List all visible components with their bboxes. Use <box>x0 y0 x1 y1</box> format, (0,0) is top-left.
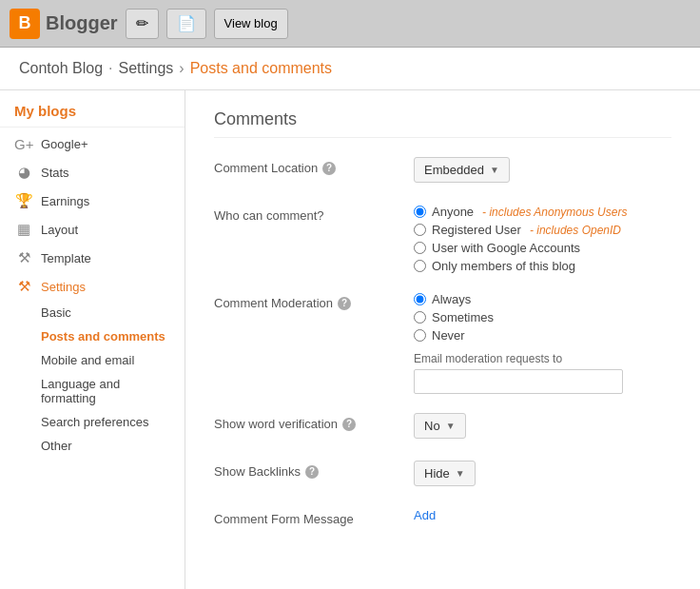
radio-never-label: Never <box>432 328 465 343</box>
sidebar-label-template: Template <box>41 251 91 265</box>
word-verification-control: No ▼ <box>414 413 671 439</box>
template-icon: ⚒ <box>14 249 33 266</box>
backlinks-dropdown[interactable]: Hide ▼ <box>414 461 476 486</box>
radio-registered-input[interactable] <box>414 224 426 236</box>
sidebar-item-settings[interactable]: ⚒ Settings <box>0 272 185 301</box>
comment-moderation-help-icon[interactable]: ? <box>338 297 351 310</box>
setting-row-comment-location: Comment Location ? Embedded ▼ <box>214 157 671 186</box>
radio-members-label: Only members of this blog <box>432 259 575 273</box>
comment-moderation-label: Comment Moderation ? <box>214 292 414 310</box>
settings-icon: ⚒ <box>14 278 33 295</box>
comment-moderation-control: Always Sometimes Never Email moderation … <box>414 292 671 394</box>
sidebar: My blogs G+ Google+ ◕ Stats 🏆 Earnings ▦… <box>0 90 185 589</box>
radio-google-label: User with Google Accounts <box>432 241 580 255</box>
radio-registered[interactable]: Registered User - includes OpenID <box>414 223 671 237</box>
comment-location-help-icon[interactable]: ? <box>322 162 336 175</box>
comment-location-value: Embedded <box>424 163 484 177</box>
comment-location-label: Comment Location ? <box>214 157 414 175</box>
radio-members-input[interactable] <box>414 260 426 272</box>
radio-google-input[interactable] <box>414 242 426 254</box>
stats-icon: ◕ <box>14 164 33 181</box>
setting-row-word-verification: Show word verification ? No ▼ <box>214 413 671 442</box>
earnings-icon: 🏆 <box>14 192 33 209</box>
sidebar-label-earnings: Earnings <box>41 194 89 208</box>
backlinks-label: Show Backlinks ? <box>214 461 414 479</box>
breadcrumb-arrow: › <box>179 60 184 77</box>
main-layout: My blogs G+ Google+ ◕ Stats 🏆 Earnings ▦… <box>0 90 700 589</box>
content-area: Comments Comment Location ? Embedded ▼ W… <box>185 90 700 589</box>
sidebar-item-stats[interactable]: ◕ Stats <box>0 158 185 187</box>
sidebar-sub-search-preferences[interactable]: Search preferences <box>0 410 185 434</box>
sidebar-sub-other[interactable]: Other <box>0 434 185 458</box>
backlinks-control: Hide ▼ <box>414 461 671 486</box>
setting-row-who-can-comment: Who can comment? Anyone - includes Anony… <box>214 205 671 273</box>
backlinks-value: Hide <box>424 466 450 481</box>
blogger-brand-text: Blogger <box>46 12 118 34</box>
comment-location-dropdown[interactable]: Embedded ▼ <box>414 157 510 183</box>
sidebar-sub-mobile-and-email[interactable]: Mobile and email <box>0 348 185 372</box>
word-verification-value: No <box>424 419 440 433</box>
comment-moderation-radio-group: Always Sometimes Never <box>414 292 671 343</box>
email-moderation-input[interactable] <box>414 369 623 394</box>
sidebar-divider-1 <box>0 127 185 128</box>
sidebar-sub-posts-and-comments[interactable]: Posts and comments <box>0 324 185 348</box>
doc-button[interactable]: 📄 <box>166 9 206 39</box>
radio-anyone-sublabel: - includes Anonymous Users <box>482 206 627 219</box>
setting-row-backlinks: Show Backlinks ? Hide ▼ <box>214 461 671 489</box>
radio-registered-label: Registered User <box>432 223 521 237</box>
radio-sometimes-label: Sometimes <box>432 310 494 324</box>
radio-always-input[interactable] <box>414 293 426 305</box>
dropdown-arrow-icon-2: ▼ <box>446 421 456 431</box>
radio-never-input[interactable] <box>414 329 426 342</box>
comment-location-control: Embedded ▼ <box>414 157 671 183</box>
comment-form-message-control: Add <box>414 508 671 522</box>
sidebar-label-layout: Layout <box>41 223 78 237</box>
my-blogs-title: My blogs <box>0 95 185 124</box>
view-blog-button[interactable]: View blog <box>214 9 288 39</box>
who-can-comment-label: Who can comment? <box>214 205 414 223</box>
radio-anyone[interactable]: Anyone - includes Anonymous Users <box>414 205 671 219</box>
pencil-icon: ✏ <box>136 14 148 32</box>
email-moderation-label: Email moderation requests to <box>414 352 671 365</box>
breadcrumb-sep1: · <box>108 60 112 77</box>
blogger-b-icon: B <box>10 9 40 39</box>
radio-always-label: Always <box>432 292 471 306</box>
breadcrumb: Contoh Blog · Settings › Posts and comme… <box>0 48 700 90</box>
radio-anyone-label: Anyone <box>432 205 474 219</box>
setting-row-comment-form-message: Comment Form Message Add <box>214 508 671 537</box>
radio-never[interactable]: Never <box>414 328 671 343</box>
radio-members[interactable]: Only members of this blog <box>414 259 671 273</box>
word-verification-dropdown[interactable]: No ▼ <box>414 413 466 439</box>
sidebar-item-googleplus[interactable]: G+ Google+ <box>0 130 185 158</box>
who-can-comment-control: Anyone - includes Anonymous Users Regist… <box>414 205 671 273</box>
setting-row-comment-moderation: Comment Moderation ? Always Sometimes N <box>214 292 671 394</box>
backlinks-help-icon[interactable]: ? <box>305 465 319 479</box>
sidebar-sub-language-and-formatting[interactable]: Language and formatting <box>0 372 185 410</box>
radio-always[interactable]: Always <box>414 292 671 306</box>
radio-sometimes-input[interactable] <box>414 311 426 324</box>
sidebar-item-layout[interactable]: ▦ Layout <box>0 215 185 244</box>
sidebar-label-settings: Settings <box>41 280 86 294</box>
breadcrumb-blog: Contoh Blog <box>19 60 103 77</box>
radio-google[interactable]: User with Google Accounts <box>414 241 671 255</box>
header: B Blogger ✏ 📄 View blog <box>0 0 700 48</box>
googleplus-icon: G+ <box>14 136 33 152</box>
section-title: Comments <box>214 109 671 138</box>
radio-registered-sublabel: - includes OpenID <box>530 224 621 237</box>
dropdown-arrow-icon: ▼ <box>490 165 499 175</box>
comment-form-message-label: Comment Form Message <box>214 508 414 526</box>
comment-form-message-add-link[interactable]: Add <box>414 508 436 522</box>
breadcrumb-current: Posts and comments <box>190 60 332 77</box>
breadcrumb-settings: Settings <box>119 60 174 77</box>
radio-sometimes[interactable]: Sometimes <box>414 310 671 324</box>
radio-anyone-input[interactable] <box>414 206 426 218</box>
word-verification-help-icon[interactable]: ? <box>342 418 356 431</box>
sidebar-item-template[interactable]: ⚒ Template <box>0 244 185 272</box>
pencil-button[interactable]: ✏ <box>126 9 159 39</box>
dropdown-arrow-icon-3: ▼ <box>456 468 465 479</box>
sidebar-item-earnings[interactable]: 🏆 Earnings <box>0 187 185 215</box>
blogger-logo: B Blogger <box>10 9 118 39</box>
word-verification-label: Show word verification ? <box>214 413 414 431</box>
sidebar-sub-basic[interactable]: Basic <box>0 301 185 324</box>
sidebar-label-googleplus: Google+ <box>41 137 88 151</box>
